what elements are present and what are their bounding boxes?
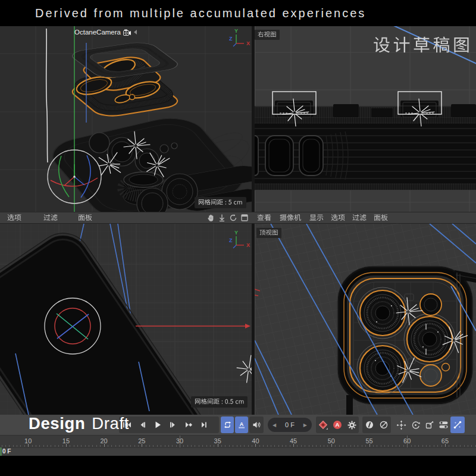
ruler-tick <box>331 444 332 447</box>
ruler-tick <box>388 445 389 447</box>
ruler-tick <box>373 445 374 447</box>
ruler-tick <box>248 445 249 447</box>
ruler-tick <box>127 445 127 447</box>
perspective-scene: Y X Z <box>0 26 252 212</box>
ruler-tick <box>149 445 150 447</box>
move-tool-icon[interactable] <box>394 416 409 433</box>
menu-display[interactable] <box>309 212 324 224</box>
ruler-tick <box>58 445 59 447</box>
grid-spacing-badge <box>191 396 248 408</box>
ruler-tick <box>365 445 366 447</box>
pan-icon[interactable] <box>206 214 215 222</box>
coordinate-sliders-icon[interactable] <box>437 416 451 433</box>
play-forward-button[interactable] <box>150 416 165 433</box>
ruler-tick <box>426 445 427 447</box>
ruler-tick <box>119 445 120 447</box>
current-frame-field[interactable]: ◀ 0 F ▶ <box>268 418 312 432</box>
viewport-right-view[interactable] <box>255 26 476 212</box>
ruler-tick <box>456 445 457 447</box>
menu-filter-right[interactable] <box>352 212 367 224</box>
menu-panel-right[interactable] <box>374 212 388 224</box>
orbit-icon[interactable] <box>229 214 237 222</box>
menu-cameras[interactable] <box>280 212 301 224</box>
dolly-icon[interactable] <box>218 214 226 222</box>
ruler-tick <box>176 445 177 447</box>
viewport-perspective[interactable]: Y X Z <box>0 26 252 212</box>
transport-panel <box>119 416 219 433</box>
viewport-name-badge <box>256 228 281 238</box>
frame-decrement-chevron[interactable]: ◀ <box>273 422 276 428</box>
watermark-draft: Draft <box>92 414 129 433</box>
playhead-frame-label: 0 F <box>2 448 11 455</box>
ruler-tick <box>43 445 44 447</box>
snap-toggle-button[interactable] <box>450 416 465 433</box>
go-to-end-button[interactable] <box>196 416 212 433</box>
maximize-icon[interactable] <box>240 214 249 222</box>
playhead-marker[interactable] <box>0 447 2 456</box>
ruler-tick <box>339 445 340 447</box>
ruler-tick <box>415 445 415 447</box>
ruler-tick <box>221 445 222 447</box>
ruler-tick <box>309 445 309 447</box>
ruler-tick <box>172 445 173 447</box>
autokey-hud-toggle[interactable]: A <box>235 416 248 433</box>
grid-spacing-badge <box>195 197 246 208</box>
viewport-separator[interactable] <box>252 26 255 212</box>
menu-options-right[interactable] <box>331 212 345 224</box>
ruler-tick <box>369 444 370 447</box>
menu-options-left[interactable] <box>7 212 21 224</box>
ruler-tick <box>153 445 154 447</box>
autokeying-button[interactable]: A <box>330 416 345 433</box>
ruler-tick <box>39 445 40 447</box>
record-panel: A <box>316 416 359 433</box>
viewport-top-view[interactable] <box>255 224 476 415</box>
ruler-tick <box>259 445 260 447</box>
menu-filter-left[interactable] <box>43 212 58 224</box>
ruler-tick <box>312 445 313 447</box>
rotate-tool-icon[interactable] <box>409 416 423 433</box>
ruler-tick <box>384 445 385 447</box>
ruler-tick <box>453 445 453 447</box>
frame-increment-chevron[interactable]: ▶ <box>303 422 307 428</box>
camera-icon <box>123 29 131 36</box>
ruler-tick <box>187 445 188 447</box>
loop-playback-toggle[interactable] <box>221 416 234 433</box>
ruler-tick <box>2 445 2 447</box>
ruler-tick <box>108 445 108 447</box>
ruler-tick <box>320 445 321 447</box>
tools-panel <box>394 416 450 433</box>
sound-button[interactable] <box>249 416 264 433</box>
keying-settings-gear-button[interactable] <box>345 416 359 433</box>
ruler-tick <box>36 445 36 447</box>
menu-view[interactable] <box>257 212 271 224</box>
record-rotation-button[interactable] <box>377 416 391 433</box>
ruler-tick <box>195 445 195 447</box>
timeline-ruler[interactable]: 101520253035404550556065 <box>0 435 476 447</box>
frame-field-value[interactable]: 0 F <box>285 421 295 428</box>
next-frame-button[interactable] <box>165 416 181 433</box>
ruler-tick <box>316 445 317 447</box>
sensor-circle <box>420 365 441 386</box>
timeline-track-strip[interactable] <box>0 447 476 456</box>
ruler-tick <box>96 445 97 447</box>
ruler-tick <box>286 445 286 447</box>
ruler-tick <box>271 445 271 447</box>
ruler-tick <box>346 445 347 447</box>
record-position-button[interactable] <box>362 416 377 433</box>
ruler-tick <box>233 445 233 447</box>
previous-frame-button[interactable] <box>134 416 150 433</box>
viewport-perspective-2[interactable] <box>0 224 252 415</box>
ruler-tick <box>327 445 328 447</box>
camera-label[interactable]: OctaneCamera <box>74 29 137 36</box>
ruler-tick <box>20 445 21 447</box>
ruler-tick <box>445 444 446 447</box>
play-to-next-key-button[interactable] <box>181 416 196 433</box>
scale-tool-icon[interactable] <box>422 416 437 433</box>
ruler-tick <box>278 445 279 447</box>
menu-panel-left[interactable] <box>78 212 92 224</box>
record-filter-panel <box>362 416 391 433</box>
ruler-tick <box>441 445 442 447</box>
record-keyframe-button[interactable] <box>316 416 330 433</box>
ruler-tick <box>183 445 184 447</box>
perspective2-scene <box>0 224 252 415</box>
